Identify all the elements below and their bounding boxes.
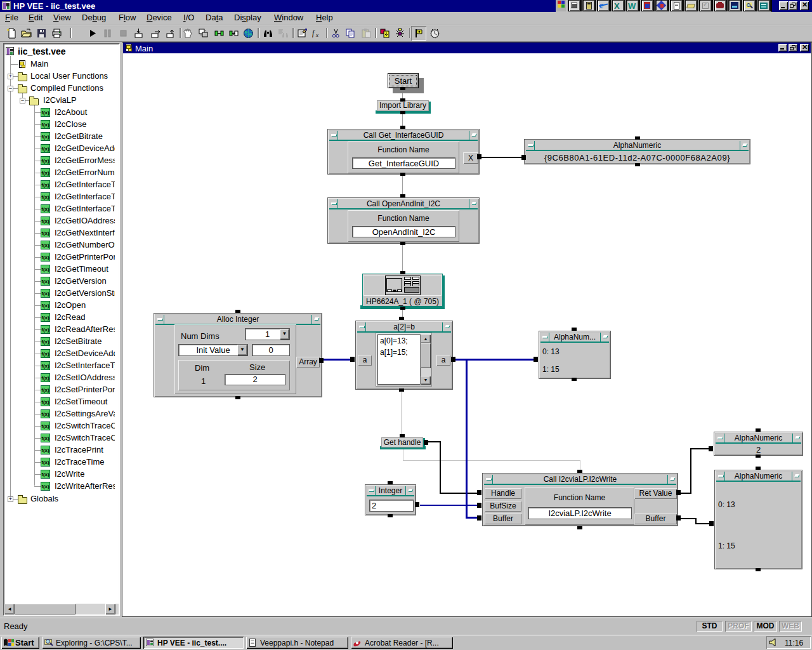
- svg-text:f: f: [312, 29, 315, 37]
- svg-text:x: x: [315, 32, 318, 38]
